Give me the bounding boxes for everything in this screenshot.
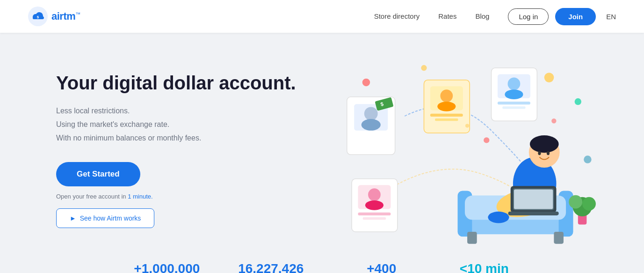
- svg-point-29: [365, 200, 384, 210]
- hero-subtitle: Less local restrictions. Using the marke…: [56, 104, 299, 145]
- login-button[interactable]: Log in: [508, 8, 549, 25]
- nav-links: Store directory Rates Blog: [374, 12, 490, 21]
- stat-banks: +400 banks & e-money networks: [342, 261, 421, 273]
- svg-point-53: [484, 137, 489, 143]
- svg-rect-30: [358, 213, 391, 215]
- svg-point-42: [530, 135, 559, 153]
- stat-members: +1,000,000 happy members: [134, 261, 200, 273]
- rates-link[interactable]: Rates: [438, 12, 456, 20]
- blog-link[interactable]: Blog: [475, 12, 489, 20]
- svg-rect-24: [498, 102, 530, 104]
- join-button[interactable]: Join: [555, 8, 596, 25]
- svg-point-4: [544, 73, 554, 82]
- logo-icon: $: [28, 7, 48, 26]
- nav-item-rates[interactable]: Rates: [438, 12, 456, 21]
- svg-point-39: [488, 212, 509, 223]
- hero-title: Your digital dollar account.: [56, 72, 299, 94]
- subtitle-line3: With no minimum balances or monthly fees…: [56, 134, 201, 142]
- svg-point-6: [551, 118, 556, 123]
- svg-point-23: [505, 89, 523, 99]
- svg-point-52: [582, 197, 596, 211]
- svg-point-28: [368, 188, 381, 201]
- illustration-svg: $: [318, 52, 597, 248]
- svg-rect-25: [502, 106, 525, 109]
- svg-point-5: [575, 98, 581, 105]
- svg-point-51: [569, 195, 582, 209]
- svg-point-22: [508, 78, 521, 90]
- get-started-button[interactable]: Get Started: [56, 162, 140, 186]
- svg-rect-36: [554, 232, 564, 244]
- svg-rect-18: [430, 114, 463, 117]
- svg-point-54: [465, 124, 469, 127]
- stats-section: +1,000,000 happy members 16,227,426 tran…: [0, 248, 644, 273]
- stat-members-number: +1,000,000: [134, 261, 200, 273]
- svg-rect-48: [508, 212, 559, 215]
- svg-point-44: [547, 151, 550, 155]
- stat-transactions-number: 16,227,426: [237, 261, 304, 273]
- svg-rect-35: [467, 232, 477, 244]
- language-selector[interactable]: EN: [606, 13, 616, 21]
- svg-point-43: [538, 151, 541, 155]
- hero-caption: Open your free account in 1 minute.: [56, 193, 299, 200]
- svg-point-2: [362, 79, 370, 86]
- hero-illustration: $: [318, 52, 597, 248]
- svg-point-7: [584, 155, 591, 163]
- stat-banks-number: +400: [342, 261, 421, 273]
- svg-rect-47: [514, 189, 553, 209]
- hero-content: Your digital dollar account. Less local …: [56, 72, 299, 228]
- nav-actions: Log in Join EN: [508, 8, 616, 25]
- hero-section: Your digital dollar account. Less local …: [0, 33, 644, 248]
- svg-text:$: $: [37, 15, 39, 19]
- store-directory-link[interactable]: Store directory: [374, 12, 420, 20]
- svg-rect-31: [363, 217, 386, 220]
- logo[interactable]: $ airtm™: [28, 7, 80, 26]
- nav-item-blog[interactable]: Blog: [475, 12, 489, 21]
- svg-point-11: [362, 119, 381, 131]
- subtitle-line2: Using the market's exchange rate.: [56, 120, 169, 128]
- stat-transactions: 16,227,426 transactions completed: [237, 261, 304, 273]
- stat-speed-number: <10 min: [458, 261, 510, 273]
- see-how-button[interactable]: ► See how Airtm works: [56, 208, 154, 228]
- svg-point-10: [364, 107, 378, 120]
- svg-point-3: [421, 65, 427, 71]
- navbar: $ airtm™ Store directory Rates Blog Log …: [0, 0, 644, 33]
- svg-point-17: [437, 102, 456, 111]
- logo-text: airtm™: [51, 10, 80, 22]
- stat-speed: <10 min transaction speed: [458, 261, 510, 273]
- subtitle-line1: Less local restrictions.: [56, 107, 130, 115]
- nav-item-store-directory[interactable]: Store directory: [374, 12, 420, 21]
- svg-rect-19: [435, 118, 458, 121]
- svg-point-16: [440, 89, 453, 102]
